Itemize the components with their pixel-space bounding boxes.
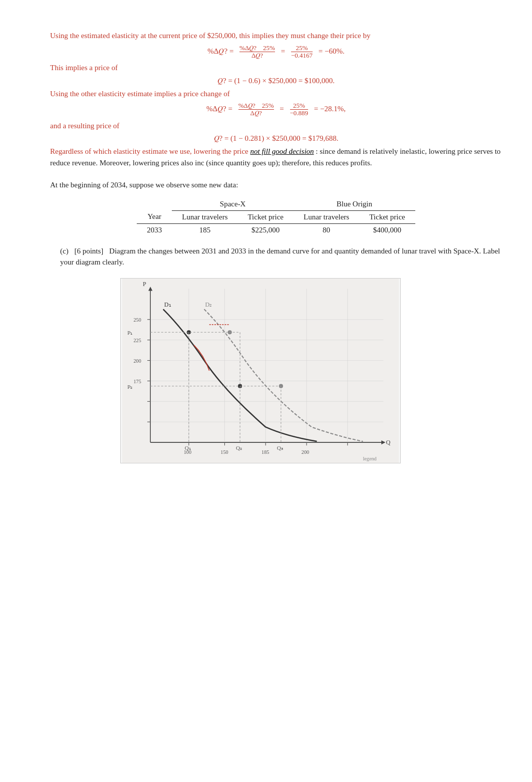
table-empty-header <box>137 198 172 211</box>
svg-text:Q₂: Q₂ <box>236 445 242 451</box>
svg-rect-0 <box>122 279 399 463</box>
equation-2: 𝑄? = (1 − 0.6) × $250,000 = $100,000. <box>50 77 502 85</box>
eq3-fraction-container: %Δ𝑄? 25% Δ𝑄? <box>238 105 276 113</box>
new-data-section: At the beginning of 2034, suppose we obs… <box>50 179 502 236</box>
regardless-paragraph: Regardless of which elasticity estimate … <box>50 146 502 168</box>
cell-year: 2033 <box>137 223 172 236</box>
regardless-bold: not fill good decision <box>250 147 314 155</box>
table-row: 2033 185 $225,000 80 $400,000 <box>137 223 415 236</box>
eq3-result: = −28.1%, <box>314 105 346 113</box>
blueorigin-travelers-col-header: Lunar travelers <box>294 210 359 223</box>
svg-text:legend: legend <box>363 456 376 461</box>
svg-text:175: 175 <box>133 378 141 384</box>
regardless-start: Regardless of which elasticity estimate … <box>50 147 248 155</box>
cell-spacex-price: $225,000 <box>237 223 294 236</box>
svg-text:250: 250 <box>133 317 141 323</box>
svg-text:200: 200 <box>302 449 309 454</box>
demand-curve-diagram: P₁ P₂ Q₁ Q₂ Q₃ D₁ D₂ Q P <box>120 278 401 463</box>
implies-price-text: This implies a price of <box>50 62 502 74</box>
svg-text:Q: Q <box>386 439 390 446</box>
eq1-equals: = <box>281 47 285 55</box>
eq1-label: %Δ𝑄? = <box>207 47 233 55</box>
cell-blueorigin-price: $400,000 <box>359 223 415 236</box>
svg-text:Q₃: Q₃ <box>277 445 283 451</box>
cell-blueorigin-travelers: 80 <box>294 223 359 236</box>
eq3-equals: = <box>280 105 284 113</box>
eq1-result: = −60%. <box>319 47 345 55</box>
spacex-price-col-header: Ticket price <box>237 210 294 223</box>
equation-4: 𝑄? = (1 − 0.281) × $250,000 = $179,688. <box>50 134 502 143</box>
other-elasticity-text: Using the other elasticity estimate impl… <box>50 88 502 100</box>
cell-spacex-travelers: 185 <box>172 223 237 236</box>
part-c-points: [6 points] <box>74 247 103 255</box>
blueorigin-price-col-header: Ticket price <box>359 210 415 223</box>
table-col-header-row: Year Lunar travelers Ticket price Lunar … <box>137 210 415 223</box>
spacex-travelers-col-header: Lunar travelers <box>172 210 237 223</box>
svg-text:150: 150 <box>220 449 228 454</box>
diagram-svg: P₁ P₂ Q₁ Q₂ Q₃ D₁ D₂ Q P <box>121 279 400 463</box>
svg-text:P: P <box>143 281 146 288</box>
svg-text:D₂: D₂ <box>205 301 212 308</box>
eq1-frac2: 25% −0.4167 <box>291 47 315 55</box>
svg-text:225: 225 <box>133 337 141 343</box>
table-body: 2033 185 $225,000 80 $400,000 <box>137 223 415 236</box>
equation-3: %Δ𝑄? = %Δ𝑄? 25% Δ𝑄? = 25% −0.889 = −28.1… <box>50 102 502 117</box>
svg-text:100: 100 <box>184 449 191 454</box>
table-group-header-row: Space-X Blue Origin <box>137 198 415 211</box>
data-table-section: Space-X Blue Origin Year Lunar travelers… <box>50 198 502 236</box>
part-c-label: (c) <box>60 247 69 255</box>
svg-text:200: 200 <box>133 358 141 363</box>
svg-text:D₁: D₁ <box>164 301 171 308</box>
year-col-header: Year <box>137 210 172 223</box>
new-data-intro: At the beginning of 2034, suppose we obs… <box>50 179 502 191</box>
resulting-price-text: and a resulting price of <box>50 120 502 132</box>
intro-text: Using the estimated elasticity at the cu… <box>50 30 502 42</box>
data-table: Space-X Blue Origin Year Lunar travelers… <box>137 198 415 236</box>
page-content: Using the estimated elasticity at the cu… <box>50 30 502 463</box>
eq2-text: 𝑄? = (1 − 0.6) × $250,000 = $100,000. <box>217 77 335 85</box>
eq3-frac2: 25% −0.889 <box>290 105 310 113</box>
eq3-label: %Δ𝑄? = <box>206 105 232 113</box>
blueorigin-header: Blue Origin <box>294 198 415 211</box>
part-c-section: (c) [6 points] Diagram the changes betwe… <box>50 245 502 463</box>
part-c-text: (c) [6 points] Diagram the changes betwe… <box>60 245 502 268</box>
part-c-description: Diagram the changes between 2031 and 203… <box>60 247 500 267</box>
svg-text:185: 185 <box>261 449 269 454</box>
svg-text:P₂: P₂ <box>127 383 132 389</box>
equation-1: %Δ𝑄? = %Δ𝑄? 25% Δ𝑄? = 25% −0.4167 = −60%… <box>50 45 502 60</box>
svg-text:P₁: P₁ <box>127 330 132 336</box>
spacex-header: Space-X <box>172 198 294 211</box>
eq4-text: 𝑄? = (1 − 0.281) × $250,000 = $179,688. <box>214 134 339 142</box>
intro-section: Using the estimated elasticity at the cu… <box>50 30 502 168</box>
eq1-fraction: %Δ𝑄? 25% Δ𝑄? <box>239 47 277 55</box>
